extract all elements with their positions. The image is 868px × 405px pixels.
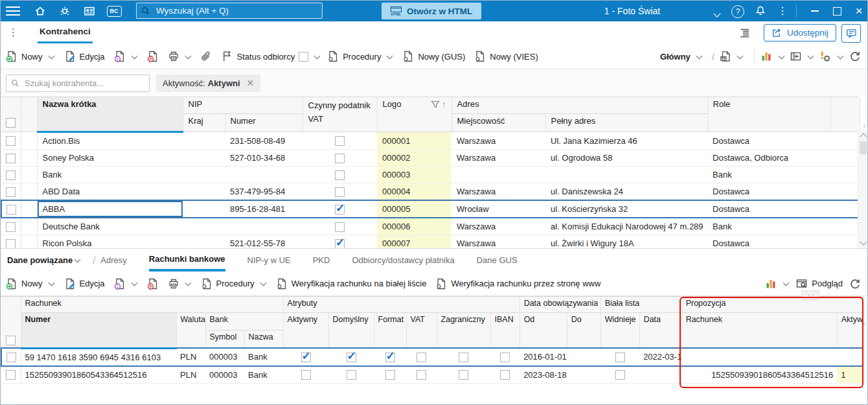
row-checkbox[interactable] xyxy=(6,136,16,146)
cell-nazwa[interactable]: Soney Polska xyxy=(37,150,183,167)
row-checkbox[interactable] xyxy=(6,239,16,249)
sort-arrow-icon[interactable]: ↑ xyxy=(442,99,446,109)
tab-kontrahenci[interactable]: Kontrahenci xyxy=(38,21,93,43)
select-all-checkbox[interactable] xyxy=(6,336,16,345)
table-row-selected[interactable]: ABBA 895-16-28-481 000005 Wrocław ul. Ko… xyxy=(1,200,860,218)
cell-do[interactable] xyxy=(567,366,600,384)
column-group-rachunek[interactable]: Rachunek xyxy=(21,297,283,313)
chevron-down-icon[interactable] xyxy=(260,280,266,286)
cell-vat[interactable] xyxy=(406,366,437,384)
chevron-down-icon[interactable] xyxy=(185,52,191,59)
help-icon[interactable]: ? xyxy=(731,5,744,18)
whitelist-verify-button[interactable]: Weryfikacja rachunku na białej liście xyxy=(276,278,427,290)
refresh-accounts-button[interactable] xyxy=(849,278,861,290)
contractor-search-input[interactable] xyxy=(23,78,143,89)
vat-checkbox[interactable] xyxy=(335,205,345,214)
www-verify-button[interactable]: Weryfikacja rachunku przez stronę www xyxy=(435,278,600,290)
side-panel-button[interactable] xyxy=(790,51,814,62)
cell-logo[interactable]: 000006 xyxy=(377,218,451,235)
analysis-button[interactable] xyxy=(761,51,785,62)
aktywny-checkbox[interactable] xyxy=(301,370,311,380)
column-group-data-obowiazywania[interactable]: Data obowiązywania xyxy=(520,297,600,313)
tab-options-icon[interactable]: ⋮ xyxy=(8,27,18,38)
tab-adresy[interactable]: Adresy xyxy=(100,249,126,272)
cell-role[interactable]: Dostawca xyxy=(707,183,830,201)
column-header-symbol[interactable]: Symbol xyxy=(205,330,244,349)
column-header-kraj[interactable]: Kraj xyxy=(183,114,225,132)
account-row[interactable]: 15255093901860543364512516 PLN 000003 Ba… xyxy=(1,366,863,384)
vat-checkbox[interactable] xyxy=(335,187,345,197)
column-header-pelny-adres[interactable]: Pełny adres xyxy=(545,114,707,132)
vat-checkbox[interactable] xyxy=(417,370,426,380)
column-header-zagraniczny[interactable]: Zagraniczny xyxy=(437,313,490,349)
vertical-scrollbar[interactable] xyxy=(858,130,867,248)
edit-button[interactable]: Edycja xyxy=(64,51,105,62)
cell-logo[interactable]: 000001 xyxy=(377,132,451,150)
home-icon[interactable] xyxy=(28,1,52,21)
cell-data[interactable]: 2022-03-16 xyxy=(639,348,681,366)
widnieje-checkbox[interactable] xyxy=(615,370,625,380)
cell-adres[interactable]: ul. Daniszewska 24 xyxy=(545,183,707,201)
new-vies-button[interactable]: Nowy (VIES) xyxy=(474,51,538,62)
column-header-do[interactable]: Do xyxy=(567,313,600,349)
column-header-role[interactable]: Role xyxy=(707,97,830,132)
cell-nazwa[interactable]: Bank xyxy=(37,167,183,183)
edit-account-button[interactable]: Edycja xyxy=(64,278,105,290)
cell-iban[interactable] xyxy=(490,348,520,366)
procedures-button[interactable]: Procedury xyxy=(327,51,393,62)
column-group-nip[interactable]: NIP xyxy=(183,97,303,114)
activity-filter-chip[interactable]: Aktywność: Aktywni ✕ xyxy=(156,75,260,92)
cell-symbol[interactable]: 000003 xyxy=(205,348,244,366)
vat-checkbox[interactable] xyxy=(335,170,345,180)
chevron-down-icon[interactable] xyxy=(737,52,744,59)
cell-numer[interactable]: 59 1470 1618 3590 6945 4316 6103 xyxy=(21,348,176,366)
row-checkbox[interactable] xyxy=(6,353,16,362)
chevron-down-icon[interactable] xyxy=(314,52,321,59)
cell-role[interactable]: Dostawca xyxy=(707,132,830,150)
close-button[interactable]: × xyxy=(848,1,868,21)
cell-logo[interactable]: 000004 xyxy=(377,183,451,201)
account-procedures-button[interactable]: Procedury xyxy=(201,278,267,290)
cell-vat[interactable] xyxy=(303,167,377,183)
hamburger-menu-icon[interactable] xyxy=(1,1,25,21)
tab-dane-gus[interactable]: Dane GUS xyxy=(477,249,518,272)
document-info-button[interactable] xyxy=(114,51,138,62)
new-gus-button[interactable]: Nowy (GUS) xyxy=(402,51,465,62)
cell-domyslny[interactable] xyxy=(328,348,374,366)
vat-checkbox[interactable] xyxy=(335,222,345,232)
column-header-czynny-vat[interactable]: Czynny podatnik VAT xyxy=(303,97,377,132)
table-row[interactable]: Soney Polska 527-010-34-68 000002 Warsza… xyxy=(1,150,860,167)
column-header-nazwa[interactable]: Nazwa xyxy=(244,330,283,349)
chevron-down-icon[interactable] xyxy=(74,257,81,263)
select-all-checkbox[interactable] xyxy=(6,118,16,128)
collapse-handle-icon[interactable]: ‹ xyxy=(863,318,866,329)
idea-icon[interactable] xyxy=(52,1,77,21)
row-checkbox[interactable] xyxy=(6,170,16,180)
tab-nipy-w-ue[interactable]: NIP-y w UE xyxy=(247,249,291,272)
table-row[interactable]: ABD Data 537-479-95-84 000004 Warszawa u… xyxy=(1,183,860,201)
vat-checkbox[interactable] xyxy=(335,136,345,146)
cell-role[interactable]: Bank xyxy=(707,167,830,183)
cell-format[interactable] xyxy=(374,366,406,384)
print-button[interactable] xyxy=(168,51,192,62)
cell-waluta[interactable]: PLN xyxy=(176,366,205,384)
cell-miejscowosc[interactable]: Warszawa xyxy=(451,150,545,167)
cell-logo[interactable]: 000002 xyxy=(377,150,451,167)
cell-do[interactable] xyxy=(567,348,600,366)
vat-checkbox[interactable] xyxy=(335,239,345,249)
domyslny-checkbox[interactable] xyxy=(347,353,356,362)
scroll-up-icon[interactable] xyxy=(860,133,867,140)
cell-prop-aktywny[interactable]: 1 xyxy=(837,366,863,384)
cell-nip[interactable] xyxy=(225,218,303,235)
row-checkbox[interactable] xyxy=(6,205,16,214)
bc-icon[interactable]: BC xyxy=(102,1,126,21)
cell-adres[interactable] xyxy=(545,167,707,183)
cell-od[interactable]: 2016-01-01 xyxy=(520,348,567,366)
new-account-button[interactable]: Nowy xyxy=(6,278,55,290)
tab-rachunki-bankowe[interactable]: Rachunki bankowe xyxy=(149,249,225,272)
scroll-down-icon[interactable] xyxy=(860,238,867,245)
widnieje-checkbox[interactable] xyxy=(615,353,625,362)
cell-adres[interactable]: Ul. Jana Kazimierza 46 xyxy=(545,132,707,150)
expand-panel-button[interactable] xyxy=(801,290,819,300)
cell-iban[interactable] xyxy=(490,366,520,384)
